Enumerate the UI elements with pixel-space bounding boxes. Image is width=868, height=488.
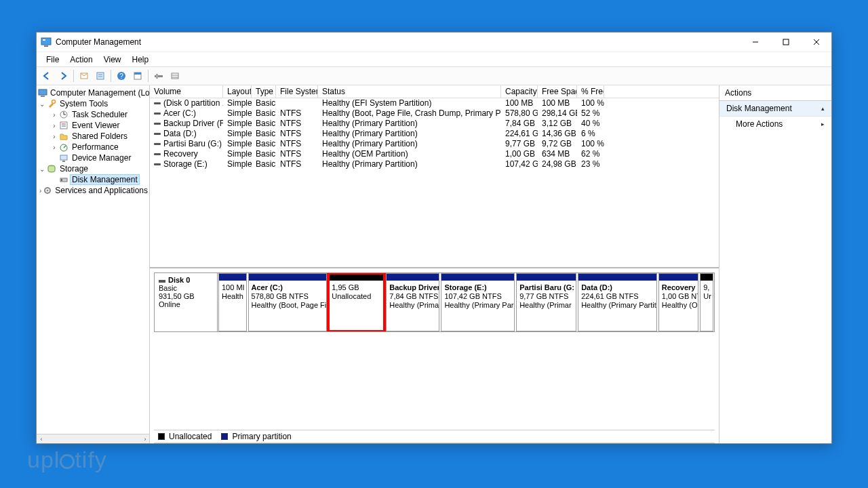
titlebar[interactable]: Computer Management: [37, 33, 831, 52]
window-title: Computer Management: [56, 37, 141, 47]
col-freespace[interactable]: Free Space: [538, 85, 577, 98]
partition-primary[interactable]: 100 MIHealth: [218, 273, 247, 331]
volume-list[interactable]: Volume Layout Type File System Status Ca…: [150, 85, 719, 268]
partition-primary[interactable]: Data (D:)224,61 GB NTFSHealthy (Primary …: [578, 273, 657, 331]
tree-scrollbar[interactable]: ‹ ›: [37, 434, 150, 443]
menu-help[interactable]: Help: [127, 54, 155, 66]
tree-services[interactable]: › Services and Applications: [38, 185, 149, 196]
body: Computer Management (Local ⌄ System Tool…: [37, 85, 831, 443]
tree-storage[interactable]: ⌄ Storage: [38, 163, 149, 174]
legend-primary: Primary partition: [232, 432, 291, 441]
volume-row[interactable]: (Disk 0 partition 1)SimpleBasicHealthy (…: [150, 98, 719, 108]
partition-unallocated[interactable]: 1,95 GBUnallocated: [328, 273, 384, 331]
actions-group[interactable]: Disk Management ▴: [719, 101, 831, 117]
partition-primary[interactable]: Partisi Baru (G:9,77 GB NTFSHealthy (Pri…: [516, 273, 576, 331]
tree-device-manager[interactable]: › Device Manager: [38, 152, 149, 163]
collapse-icon[interactable]: ▴: [821, 105, 825, 112]
services-icon: [43, 185, 52, 196]
col-volume[interactable]: Volume: [150, 85, 223, 98]
svg-rect-26: [60, 122, 67, 129]
svg-rect-15: [155, 75, 163, 77]
volume-row[interactable]: RecoverySimpleBasicNTFSHealthy (OEM Part…: [150, 149, 719, 159]
svg-rect-16: [156, 74, 158, 79]
col-type[interactable]: Type: [252, 85, 276, 98]
app-icon: [41, 37, 52, 47]
close-button[interactable]: [801, 33, 831, 52]
svg-rect-1: [43, 39, 45, 41]
partition-unallocated[interactable]: 9,Ur: [700, 273, 713, 331]
watermark: upltify: [27, 447, 107, 473]
actions-pane: Actions Disk Management ▴ More Actions ▸: [719, 85, 831, 443]
refresh-button[interactable]: [77, 68, 92, 83]
tree-performance[interactable]: › Performance: [38, 142, 149, 152]
computer-icon: [38, 87, 47, 98]
tree-shared-folders[interactable]: › Shared Folders: [38, 131, 149, 142]
help-button[interactable]: ?: [114, 68, 129, 83]
disk-0-row[interactable]: Disk 0 Basic 931,50 GB Online 100 MIHeal…: [154, 272, 715, 332]
properties-button[interactable]: [93, 68, 108, 83]
volume-row[interactable]: Data (D:)SimpleBasicNTFSHealthy (Primary…: [150, 129, 719, 139]
expand-icon[interactable]: ›: [50, 133, 58, 140]
back-button[interactable]: [39, 68, 54, 83]
disk-icon: [58, 174, 69, 185]
tools-icon: [46, 98, 57, 109]
partition-primary[interactable]: Acer (C:)578,80 GB NTFSHealthy (Boot, Pa…: [248, 273, 328, 331]
svg-rect-31: [60, 155, 67, 160]
collapse-icon[interactable]: ⌄: [38, 100, 46, 108]
volume-row[interactable]: Backup Driver (F:)SimpleBasicNTFSHealthy…: [150, 119, 719, 129]
scroll-right-icon[interactable]: ›: [140, 434, 150, 444]
event-icon: [58, 120, 69, 131]
legend-swatch-primary: [221, 433, 228, 440]
menu-view[interactable]: View: [98, 54, 127, 66]
tree-disk-management[interactable]: › Disk Management: [38, 174, 149, 185]
volume-row[interactable]: Acer (C:)SimpleBasicNTFSHealthy (Boot, P…: [150, 108, 719, 119]
legend-swatch-unallocated: [158, 433, 165, 440]
svg-rect-20: [39, 89, 47, 95]
expand-icon[interactable]: ›: [50, 144, 58, 151]
collapse-icon[interactable]: ⌄: [38, 165, 46, 173]
view-button[interactable]: [130, 68, 145, 83]
perf-icon: [58, 142, 69, 152]
tree-root[interactable]: Computer Management (Local: [38, 87, 149, 98]
actions-title: Actions: [719, 85, 831, 101]
disk-status: Online: [159, 300, 213, 308]
center-pane: Volume Layout Type File System Status Ca…: [150, 85, 719, 443]
col-capacity[interactable]: Capacity: [501, 85, 538, 98]
col-layout[interactable]: Layout: [223, 85, 252, 98]
volume-row[interactable]: Partisi Baru (G:)SimpleBasicNTFSHealthy …: [150, 139, 719, 149]
partition-primary[interactable]: Backup Driver7,84 GB NTFSHealthy (Primar: [386, 273, 439, 331]
submenu-icon: ▸: [821, 121, 825, 127]
disk-0-label[interactable]: Disk 0 Basic 931,50 GB Online: [155, 273, 218, 331]
expand-icon[interactable]: ›: [50, 111, 58, 119]
menu-file[interactable]: File: [41, 54, 64, 66]
list-button[interactable]: [167, 68, 182, 83]
nav-tree[interactable]: Computer Management (Local ⌄ System Tool…: [37, 85, 150, 443]
scroll-left-icon[interactable]: ‹: [37, 434, 46, 444]
partition-primary[interactable]: Recovery1,00 GB NTHealthy (OI: [658, 273, 698, 331]
actions-more[interactable]: More Actions ▸: [719, 117, 831, 131]
expand-icon[interactable]: ›: [38, 187, 43, 195]
tree-task-scheduler[interactable]: › Task Scheduler: [38, 109, 149, 120]
partition-primary[interactable]: Storage (E:)107,42 GB NTFSHealthy (Prima…: [441, 273, 515, 331]
maximize-button[interactable]: [770, 33, 801, 52]
volume-row[interactable]: Storage (E:)SimpleBasicNTFSHealthy (Prim…: [150, 159, 719, 169]
svg-rect-2: [44, 45, 48, 47]
computer-management-window: Computer Management File Action View Hel…: [36, 32, 832, 444]
disk-type: Basic: [159, 284, 213, 292]
settings-button[interactable]: [151, 68, 166, 83]
tree-event-viewer[interactable]: › Event Viewer: [38, 120, 149, 131]
column-headers[interactable]: Volume Layout Type File System Status Ca…: [150, 85, 719, 98]
svg-point-37: [47, 190, 49, 192]
minimize-button[interactable]: [740, 33, 770, 52]
col-pctfree[interactable]: % Free: [577, 85, 604, 98]
disk-size: 931,50 GB: [159, 292, 213, 300]
col-filesystem[interactable]: File System: [276, 85, 318, 98]
toolbar: ?: [37, 66, 831, 85]
window-controls: [740, 33, 831, 52]
forward-button[interactable]: [56, 68, 71, 83]
col-status[interactable]: Status: [318, 85, 501, 98]
menu-action[interactable]: Action: [64, 54, 98, 66]
expand-icon[interactable]: ›: [50, 122, 58, 129]
tree-system-tools[interactable]: ⌄ System Tools: [38, 98, 149, 109]
disk-graphical-view[interactable]: Disk 0 Basic 931,50 GB Online 100 MIHeal…: [150, 268, 719, 443]
